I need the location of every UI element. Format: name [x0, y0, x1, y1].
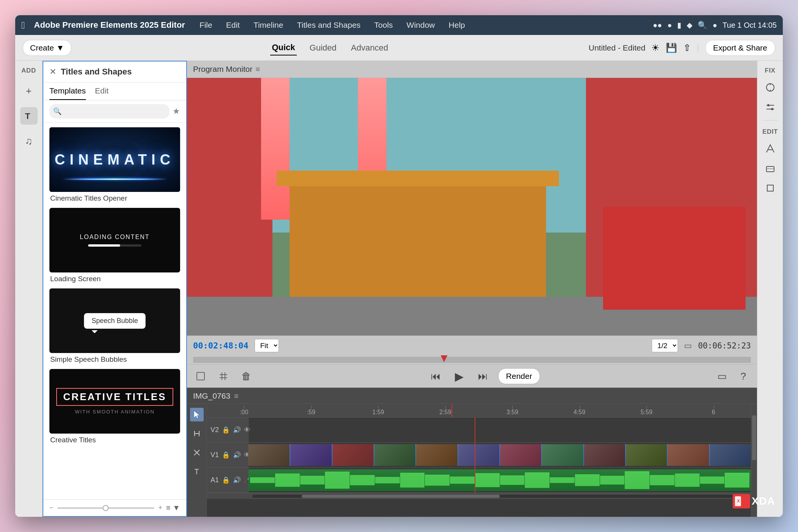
track-content-a1[interactable]: [249, 468, 751, 492]
waveform-bar-7: [400, 473, 425, 488]
wifi-icon: ◆: [687, 21, 692, 30]
template-item-loading: LOADING CONTENT Loading Screen: [49, 208, 180, 283]
template-thumb-cinematic[interactable]: CINEMATIC: [49, 127, 180, 192]
render-button[interactable]: Render: [498, 368, 540, 384]
search-menubar-icon[interactable]: 🔍: [698, 21, 707, 30]
panel-tabs: Templates Edit: [43, 82, 186, 100]
track-lock-v1-icon[interactable]: 🔒: [222, 451, 230, 459]
track-content-v1[interactable]: [249, 443, 751, 467]
video-thumb-6: [458, 444, 499, 466]
waveform-bar-1: [250, 477, 275, 483]
track-mute-v1-icon[interactable]: 🔊: [233, 451, 241, 459]
sort-icon[interactable]: ≡ ▼: [166, 504, 180, 512]
create-button[interactable]: Create ▼: [23, 40, 71, 56]
timeline-scroll-track[interactable]: [252, 495, 747, 498]
track-lock-a1-icon[interactable]: 🔒: [222, 476, 230, 484]
enhance-fix-icon[interactable]: [762, 79, 779, 96]
user-icon: ●●: [653, 21, 662, 30]
zoom-slider[interactable]: [57, 507, 155, 509]
razor-tool[interactable]: [190, 446, 204, 459]
search-input[interactable]: [49, 104, 169, 119]
share-icon[interactable]: ⇧: [683, 43, 691, 53]
nav-quick[interactable]: Quick: [270, 40, 296, 55]
tab-templates[interactable]: Templates: [49, 86, 86, 100]
xda-watermark: X XDA: [732, 493, 775, 509]
menu-help[interactable]: Help: [446, 19, 468, 31]
effects-icon[interactable]: [762, 140, 779, 157]
template-thumb-speech[interactable]: Speech Bubble: [49, 288, 180, 353]
sidebar-media-icon[interactable]: +: [20, 82, 38, 100]
template-grid: CINEMATIC Cinematic Titles Opener LOADIN…: [43, 123, 186, 499]
fullscreen-icon[interactable]: ▭: [684, 341, 692, 351]
vscroll-thumb[interactable]: [752, 415, 756, 461]
search-bar: 🔍 ★: [43, 100, 186, 123]
video-thumb-3: [332, 444, 374, 466]
video-thumb-10: [626, 444, 667, 466]
progress-bar-wrap[interactable]: [187, 355, 757, 364]
audio-clip-a1[interactable]: [249, 469, 751, 491]
nav-advanced[interactable]: Advanced: [350, 41, 390, 55]
skip-forward-button[interactable]: ⏭: [475, 369, 491, 384]
progress-bar[interactable]: [193, 357, 751, 363]
save-icon[interactable]: 💾: [666, 43, 677, 53]
menu-titles-shapes[interactable]: Titles and Shapes: [294, 19, 363, 31]
grid-button[interactable]: [216, 369, 231, 384]
zoom-out-icon[interactable]: −: [49, 504, 54, 512]
split-tool[interactable]: [190, 427, 204, 440]
monitor-menu-icon[interactable]: ≡: [255, 65, 260, 74]
sidebar-music-icon[interactable]: ♫: [20, 132, 38, 150]
help-button[interactable]: ?: [736, 369, 751, 384]
template-thumb-creative[interactable]: CREATIVE TITLES WITH SMOOTH ANIMATION: [49, 369, 180, 434]
menu-timeline[interactable]: Timeline: [250, 19, 287, 31]
skip-back-button[interactable]: ⏮: [428, 369, 443, 384]
timeline-scrollbar: [207, 493, 751, 499]
monitor-view-button[interactable]: ▭: [714, 369, 730, 384]
favorites-icon[interactable]: ★: [173, 106, 180, 116]
text-tool[interactable]: T: [190, 465, 204, 478]
menu-window[interactable]: Window: [404, 19, 438, 31]
fit-select[interactable]: Fit: [255, 339, 279, 352]
titles-panel: ✕ Titles and Shapes Templates Edit 🔍 ★: [43, 61, 187, 517]
play-button[interactable]: ▶: [451, 368, 468, 385]
right-panel: FIX EDIT: [757, 61, 783, 517]
adjust-fix-icon[interactable]: [762, 99, 779, 116]
menu-tools[interactable]: Tools: [371, 19, 396, 31]
control-center-icon[interactable]: ●: [712, 21, 717, 30]
panel-title: Titles and Shapes: [61, 67, 132, 77]
quality-select[interactable]: 1/2: [652, 339, 678, 352]
video-thumb-9: [584, 444, 625, 466]
export-share-button[interactable]: Export & Share: [705, 40, 775, 56]
template-thumb-loading[interactable]: LOADING CONTENT: [49, 208, 180, 272]
enhance-icon[interactable]: ☀: [651, 43, 660, 53]
tab-edit[interactable]: Edit: [95, 86, 109, 100]
timeline-scroll-thumb[interactable]: [302, 495, 500, 498]
room-desk: [290, 181, 546, 310]
track-label-v2: V2 🔒 🔊 👁: [207, 418, 249, 442]
current-time-display[interactable]: 00:02:48:04: [193, 341, 249, 350]
zoom-handle[interactable]: [103, 505, 109, 511]
add-marker-button[interactable]: [193, 369, 208, 384]
menu-file[interactable]: File: [196, 19, 215, 31]
delete-button[interactable]: 🗑: [239, 369, 254, 384]
select-tool[interactable]: [190, 408, 204, 421]
track-mute-v2-icon[interactable]: 🔊: [233, 426, 241, 434]
ruler-mark-4: 3:59: [479, 409, 546, 416]
audio-waveform: [249, 469, 751, 491]
track-lock-v2-icon[interactable]: 🔒: [222, 426, 230, 434]
battery-icon: ▮: [677, 21, 681, 30]
timeline-body: T :00 :59 1:59 2:59 3:59: [187, 404, 757, 517]
video-clip-v1[interactable]: [249, 444, 751, 466]
zoom-in-icon[interactable]: +: [158, 504, 162, 512]
ruler-mark-7: 6: [680, 409, 747, 416]
cinematic-glow2: [62, 179, 167, 180]
sidebar-titles-icon[interactable]: T: [20, 107, 38, 125]
timeline-menu-icon[interactable]: ≡: [234, 392, 239, 401]
menu-edit[interactable]: Edit: [223, 19, 243, 31]
track-mute-a1-icon[interactable]: 🔊: [233, 476, 241, 484]
nav-guided[interactable]: Guided: [308, 41, 338, 55]
color-icon[interactable]: [762, 160, 779, 177]
crop-icon[interactable]: [762, 180, 779, 196]
track-content-v2[interactable]: [249, 418, 751, 442]
add-sidebar: ADD + T ♫: [15, 61, 43, 517]
panel-close-button[interactable]: ✕: [49, 67, 56, 77]
